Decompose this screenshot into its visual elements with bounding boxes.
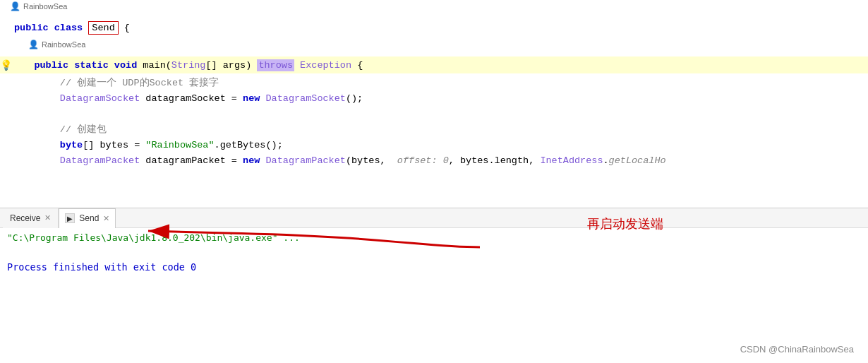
- keyword-class: class: [54, 23, 83, 33]
- bytes-line: byte[] bytes = "RainbowSea".getBytes();: [0, 137, 868, 153]
- author-badge-top: 👤 RainbowSea: [10, 1, 67, 11]
- tab-send[interactable]: ▶ Send ✕: [59, 208, 116, 228]
- class-name-box: Send: [88, 21, 118, 35]
- class-decl-line: public class Send {: [0, 20, 868, 35]
- terminal-result: Process finished with exit code 0: [7, 261, 861, 273]
- tab-receive-label: Receive: [10, 213, 40, 223]
- class-name: Send: [92, 23, 114, 33]
- bulb-icon: 💡: [0, 59, 11, 71]
- comment-line-2: // 创建包: [0, 121, 868, 137]
- brace-open: {: [124, 23, 130, 33]
- keyword-public: public: [14, 23, 49, 33]
- line-fade: [847, 153, 868, 168]
- tab-receive[interactable]: Receive ✕: [3, 208, 59, 228]
- author-name-top: RainbowSea: [23, 2, 67, 11]
- terminal-area: Receive ✕ ▶ Send ✕ "C:\Program Files\Jav…: [0, 208, 868, 363]
- terminal-path: "C:\Program Files\Java\jdk1.8.0_202\bin\…: [7, 232, 861, 243]
- tab-bar: Receive ✕ ▶ Send ✕: [0, 208, 868, 228]
- datagram-socket-line: DatagramSocket datagramSocket = new Data…: [0, 90, 868, 106]
- tab-send-close[interactable]: ✕: [103, 214, 109, 223]
- tab-send-icon: ▶: [65, 213, 75, 223]
- tab-receive-close[interactable]: ✕: [44, 213, 51, 222]
- tab-send-label: Send: [79, 213, 99, 223]
- watermark: CSDN @ChinaRainbowSea: [740, 344, 854, 355]
- main-method-line: 💡 public static void main(String[] args)…: [0, 56, 868, 73]
- main-method-code: public static void main(String[] args) t…: [11, 60, 363, 71]
- terminal-blank: [7, 243, 861, 254]
- author-icon: 👤: [10, 1, 20, 11]
- author-icon-inner: 👤: [28, 40, 39, 49]
- terminal-content: "C:\Program Files\Java\jdk1.8.0_202\bin\…: [0, 228, 868, 277]
- editor-area: 👤 RainbowSea public class Send { 👤 Rainb…: [0, 0, 868, 208]
- blank-line-1: [0, 106, 868, 121]
- author-badge-inner: 👤 RainbowSea: [28, 40, 85, 49]
- datagram-packet-line: DatagramPacket datagramPacket = new Data…: [0, 153, 868, 168]
- comment-line-1: // 创建一个 UDP的Socket 套接字: [0, 75, 868, 90]
- author-name-inner: RainbowSea: [42, 40, 85, 49]
